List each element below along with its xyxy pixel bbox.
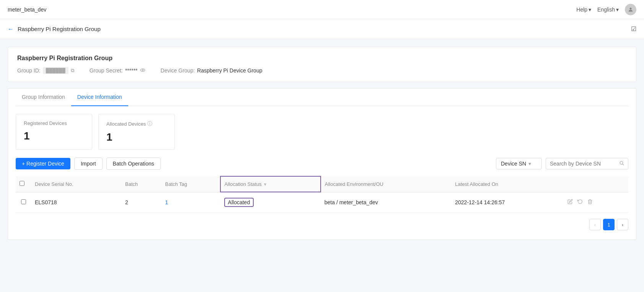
search-select-label: Device SN (501, 161, 526, 167)
delete-icon[interactable] (587, 199, 593, 205)
tab-device-information[interactable]: Device Information (71, 89, 128, 106)
toolbar-right: Device SN ▾ (496, 158, 628, 169)
search-icon (619, 161, 624, 167)
top-nav: meter_beta_dev Help ▾ English ▾ (0, 0, 644, 19)
batch-operations-button[interactable]: Batch Operations (106, 157, 161, 170)
allocated-devices-help-icon[interactable]: ⓘ (147, 120, 152, 127)
group-secret-label: Group Secret: (90, 67, 123, 74)
row-batch: 2 (121, 192, 161, 213)
help-dropdown[interactable]: Help ▾ (576, 7, 591, 13)
copy-icon[interactable]: ⧉ (71, 67, 74, 74)
info-card-title: Raspberry Pi Registration Group (17, 55, 627, 62)
next-page-button[interactable]: › (617, 219, 628, 230)
group-id-value: ██████ (43, 67, 68, 74)
help-label: Help (576, 7, 587, 13)
pagination: ‹ 1 › (16, 213, 628, 232)
svg-line-4 (623, 164, 624, 165)
refresh-icon[interactable] (577, 199, 583, 205)
row-allocated-env: beta / meter_beta_dev (321, 192, 452, 213)
tabs-container: Group Information Device Information Reg… (8, 88, 636, 240)
allocated-devices-card: Allocated Devices ⓘ 1 (98, 114, 175, 150)
english-dropdown[interactable]: English ▾ (597, 7, 619, 13)
top-nav-right: Help ▾ English ▾ (576, 4, 636, 15)
group-secret-field: Group Secret: ****** (90, 67, 145, 74)
avatar[interactable] (625, 4, 636, 15)
register-device-button[interactable]: + Register Device (16, 158, 70, 169)
device-group-field: Device Group: Raspberry Pi Device Group (161, 67, 262, 74)
allocated-devices-label: Allocated Devices ⓘ (106, 120, 167, 127)
th-actions (564, 176, 628, 192)
row-actions (567, 199, 624, 205)
english-chevron-icon: ▾ (616, 7, 619, 13)
row-checkbox[interactable] (21, 199, 26, 204)
row-batch-tag: 1 (161, 192, 220, 213)
th-batch-tag: Batch Tag (161, 176, 220, 192)
registered-devices-label: Registered Devices (24, 120, 84, 126)
group-id-label: Group ID: (17, 67, 41, 74)
search-select-chevron-icon: ▾ (528, 161, 531, 167)
table-row: ELS0718 2 1 Allocated beta / meter_beta_… (16, 192, 628, 213)
row-checkbox-cell (16, 192, 31, 213)
th-latest-allocated-on: Latest Allocated On (451, 176, 564, 192)
batch-tag-link[interactable]: 1 (165, 199, 168, 205)
th-allocation-status: Allocation Status ▼ (220, 176, 321, 192)
eye-icon[interactable] (140, 67, 145, 74)
english-label: English (597, 7, 615, 13)
search-input[interactable] (550, 161, 617, 167)
th-batch: Batch (121, 176, 161, 192)
info-card: Raspberry Pi Registration Group Group ID… (8, 47, 636, 82)
checklist-icon[interactable]: ☑ (631, 25, 636, 33)
row-allocation-status: Allocated (220, 192, 321, 213)
svg-point-0 (629, 7, 631, 9)
svg-point-3 (620, 161, 623, 164)
import-button[interactable]: Import (74, 157, 103, 170)
help-chevron-icon: ▾ (589, 7, 591, 13)
prev-page-button[interactable]: ‹ (589, 219, 601, 230)
row-actions-cell (564, 192, 628, 213)
edit-icon[interactable] (567, 199, 573, 205)
svg-point-2 (142, 69, 143, 71)
stats-row: Registered Devices 1 Allocated Devices ⓘ… (16, 114, 628, 150)
tab-group-information[interactable]: Group Information (16, 89, 71, 106)
breadcrumb-title: Raspberry Pi Registration Group (18, 26, 101, 32)
device-group-value: Raspberry Pi Device Group (197, 67, 262, 74)
select-all-checkbox[interactable] (20, 181, 24, 186)
main-content: Raspberry Pi Registration Group Group ID… (0, 39, 644, 248)
info-card-fields: Group ID: ██████ ⧉ Group Secret: ****** … (17, 67, 627, 74)
allocated-devices-value: 1 (106, 131, 167, 143)
row-latest-allocated-on: 2022-12-14 14:26:57 (451, 192, 564, 213)
table-header-row: Device Serial No. Batch Batch Tag Alloca… (16, 176, 628, 192)
search-select-dropdown[interactable]: Device SN ▾ (496, 158, 542, 169)
tabs-header: Group Information Device Information (16, 89, 628, 106)
allocation-status-badge: Allocated (224, 198, 254, 207)
th-allocated-env: Allocated Environment/OU (321, 176, 452, 192)
registered-devices-value: 1 (24, 130, 84, 142)
app-title: meter_beta_dev (8, 7, 46, 13)
group-id-field: Group ID: ██████ ⧉ (17, 67, 74, 74)
breadcrumb-bar: ← Raspberry Pi Registration Group ☑ (0, 19, 644, 39)
toolbar: + Register Device Import Batch Operation… (16, 157, 628, 170)
back-button[interactable]: ← (8, 26, 14, 33)
device-group-label: Device Group: (161, 67, 195, 74)
svg-point-1 (140, 69, 145, 71)
th-checkbox (16, 176, 31, 192)
registered-devices-card: Registered Devices 1 (16, 114, 92, 150)
tab-content: Registered Devices 1 Allocated Devices ⓘ… (16, 106, 628, 240)
device-table: Device Serial No. Batch Batch Tag Alloca… (16, 176, 628, 213)
row-sn: ELS0718 (31, 192, 121, 213)
group-secret-value: ****** (125, 67, 138, 74)
th-device-sn: Device Serial No. (31, 176, 121, 192)
page-1-button[interactable]: 1 (603, 219, 615, 230)
search-input-wrap (546, 158, 628, 169)
allocation-filter-icon[interactable]: ▼ (263, 182, 267, 187)
